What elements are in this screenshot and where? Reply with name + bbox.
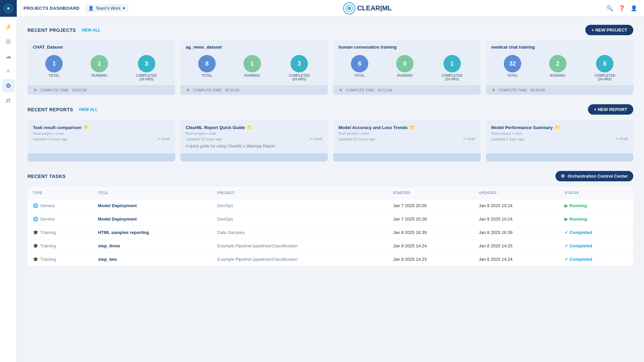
completed-label: COMPLETED(24 hrs) — [594, 74, 615, 81]
col-project: PROJECT — [212, 187, 388, 199]
top-navigation: PROJECTS DASHBOARD 👤 Team's Work ▾ CLEAR… — [0, 0, 644, 17]
pipelines-icon: ⚙ — [6, 82, 11, 89]
task-status-cell: ✓ Completed — [559, 253, 633, 266]
experiments-icon: ⊞ — [6, 38, 11, 45]
table-row[interactable]: 🌐 Service Model Deployment DevOps Jan 7 … — [28, 199, 633, 213]
ghost-icon: 👻 — [33, 88, 38, 92]
sidebar: ⚡ ⊞ ☁ ≡ ⚙ ⇄ — [0, 17, 17, 362]
workspace-selector[interactable]: 👤 Team's Work ▾ — [85, 4, 128, 12]
total-label: TOTAL — [507, 74, 518, 77]
sidebar-item-experiments[interactable]: ⊞ — [2, 35, 15, 48]
help-button[interactable]: ❓ — [619, 5, 625, 11]
stat-completed: 3 COMPLETED(24 hrs) — [289, 55, 310, 81]
svg-point-5 — [348, 8, 350, 9]
task-status-cell: ▶ Running — [559, 213, 633, 226]
new-project-button[interactable]: + NEW PROJECT — [585, 25, 633, 35]
orchestration-control-center-button[interactable]: ⚙ Orchestration Control Center — [555, 171, 633, 181]
compute-time-label: COMPUTE TIME: — [193, 88, 222, 92]
col-type: TYPE — [28, 187, 93, 199]
table-row[interactable]: 🎓 Training step_three Example Pipeline/.… — [28, 239, 633, 253]
task-updated-cell: Jan 8 2025 16:39 — [474, 226, 559, 239]
table-header-row: TYPE TITLE PROJECT STARTED UPDATED STATU… — [28, 187, 633, 199]
draft-label: ✏ Draft — [463, 137, 475, 141]
recent-reports-title: RECENT REPORTS — [28, 107, 73, 112]
workspace-dropdown-icon: ▾ — [123, 6, 125, 11]
new-report-button[interactable]: + NEW REPORT — [588, 104, 633, 115]
task-updated-cell: Jan 9 2025 10:24 — [474, 199, 559, 213]
running-circle: 2 — [549, 55, 567, 72]
user-profile-button[interactable]: 👤 — [631, 5, 637, 11]
project-footer: 👻 COMPUTE TIME: 00:00:00 — [486, 85, 634, 95]
projects-view-all[interactable]: VIEW ALL — [81, 28, 100, 33]
compute-time: 00:01:08 — [72, 88, 87, 92]
total-circle: 32 — [504, 55, 521, 72]
col-title: TITLE — [93, 187, 212, 199]
task-started-cell: Jan 8 2025 14:23 — [388, 253, 474, 266]
project-name: human convesation training — [333, 41, 481, 52]
report-meta: Root project • User — [491, 131, 628, 135]
task-project: Example Pipeline/.pipelines/Classificati… — [217, 257, 298, 262]
folder-icon: 📁 — [84, 125, 89, 130]
task-title: Model Deployment — [98, 203, 137, 208]
project-card-ag-news[interactable]: ag_news_dataset 8 TOTAL 1 RUNNING 3 COMP… — [180, 41, 328, 95]
compute-time-label: COMPUTE TIME: — [346, 88, 375, 92]
tasks-title: RECENT TASKS — [28, 174, 66, 179]
completed-label: COMPLETED(24 hrs) — [441, 74, 463, 81]
report-updated: Updated 2 days ago ✏ Draft — [491, 137, 628, 141]
clearml-logo-text: CLEAR|ML — [357, 4, 392, 12]
project-card-human-conv[interactable]: human convesation training 6 TOTAL 0 RUN… — [333, 41, 481, 95]
stat-completed: 3 COMPLETED(24 hrs) — [136, 55, 157, 81]
task-title: step_three — [98, 243, 120, 248]
task-type: 🌐 Service — [33, 203, 87, 208]
report-card-model-accuracy[interactable]: Model Accuracy and Loss Trends 📁 Root pr… — [333, 120, 481, 162]
folder-icon: 📁 — [555, 125, 560, 130]
task-status-cell: ✓ Completed — [559, 226, 633, 239]
report-title: ClearML Report Quick Guide 📁 — [186, 125, 323, 130]
search-button[interactable]: 🔍 — [606, 5, 613, 11]
col-updated: UPDATED — [474, 187, 559, 199]
stat-running: 1 RUNNING — [91, 55, 108, 81]
draft-label: ✏ Draft — [158, 137, 170, 141]
stat-total: 32 TOTAL — [504, 55, 521, 81]
table-row[interactable]: 🎓 Training step_two Example Pipeline/.pi… — [28, 253, 633, 266]
project-name: CHAT_Dataset — [28, 41, 175, 52]
reports-view-all[interactable]: VIEW ALL — [78, 107, 98, 112]
sidebar-item-models[interactable]: ☁ — [2, 50, 15, 63]
draft-label: ✏ Draft — [616, 137, 628, 141]
service-icon: 🌐 — [33, 217, 38, 222]
folder-icon: 📁 — [410, 125, 415, 130]
sidebar-item-pipelines[interactable]: ⚙ — [2, 79, 15, 93]
running-circle: 0 — [396, 55, 414, 72]
task-project-cell: Example Pipeline/.pipelines/Classificati… — [212, 253, 388, 266]
task-type-cell: 🌐 Service — [28, 199, 93, 213]
sidebar-item-orchestration[interactable]: ⇄ — [2, 94, 15, 107]
task-updated-cell: Jan 9 2025 10:24 — [474, 213, 559, 226]
table-row[interactable]: 🎓 Training HTML samples reporting Data S… — [28, 226, 633, 239]
models-icon: ☁ — [5, 53, 11, 60]
sidebar-item-home[interactable]: ⚡ — [2, 20, 15, 34]
report-card-model-performance[interactable]: Model Performance Summary 📁 Root project… — [486, 120, 634, 162]
report-card-clearml-guide[interactable]: ClearML Report Quick Guide 📁 Root projec… — [180, 120, 328, 162]
topnav-right: 🔍 ❓ 👤 — [600, 5, 644, 11]
task-type: 🌐 Service — [33, 217, 87, 222]
workspace-label: Team's Work — [96, 6, 120, 11]
task-title: step_two — [98, 257, 117, 262]
col-status: STATUS — [559, 187, 633, 199]
sidebar-item-datasets[interactable]: ≡ — [2, 64, 15, 78]
total-circle: 1 — [45, 55, 63, 72]
report-meta: Root project • User — [338, 131, 475, 135]
recent-projects-title: RECENT PROJECTS — [28, 27, 76, 33]
ghost-icon: 👻 — [338, 88, 343, 92]
project-card-chat-dataset[interactable]: CHAT_Dataset 1 TOTAL 1 RUNNING 3 COMPLET… — [28, 41, 175, 95]
recent-reports-header: RECENT REPORTS VIEW ALL + NEW REPORT — [28, 104, 633, 115]
report-body: ClearML Report Quick Guide 📁 Root projec… — [180, 120, 328, 154]
task-status-cell: ▶ Running — [559, 199, 633, 213]
task-updated-cell: Jan 8 2025 14:24 — [474, 253, 559, 266]
project-card-medical-chat[interactable]: medical chat training 32 TOTAL 2 RUNNING… — [486, 41, 634, 95]
task-project-cell: DevOps — [212, 213, 388, 226]
project-stats: 32 TOTAL 2 RUNNING 6 COMPLETED(24 hrs) — [486, 52, 634, 85]
completed-indicator: ✓ — [565, 243, 568, 248]
report-card-task-result[interactable]: Task result comparison 📁 Root project • … — [28, 120, 175, 162]
table-row[interactable]: 🌐 Service Model Deployment DevOps Jan 7 … — [28, 213, 633, 226]
compute-time-label: COMPUTE TIME: — [499, 88, 528, 92]
